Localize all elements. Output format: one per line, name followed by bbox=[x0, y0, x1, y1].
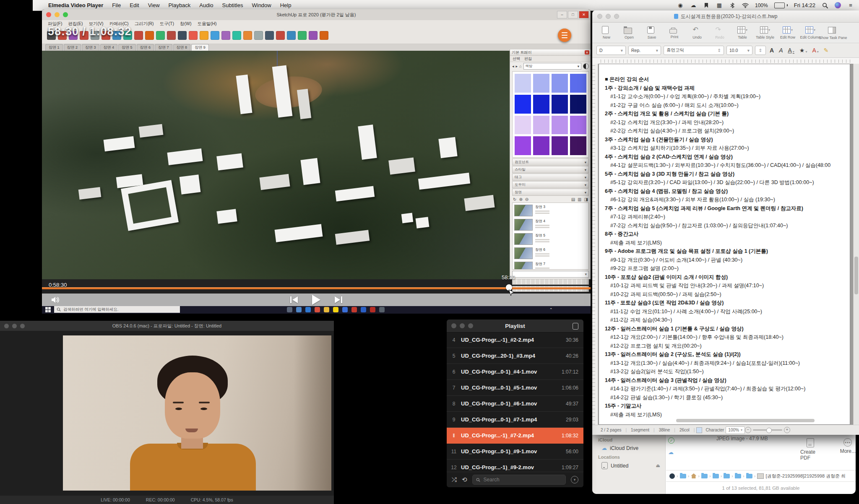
zoom-slider[interactable] bbox=[753, 429, 782, 431]
zoom-dropdown[interactable]: 100%▾ bbox=[726, 426, 745, 434]
app-menu-title[interactable]: Elmedia Video Player bbox=[48, 2, 103, 8]
obs-status-item: REC: 00:00:00 bbox=[146, 497, 175, 502]
playlist-row[interactable]: 9 UD_CG-Progr...0-1)_#7-1.mp4 29:03 bbox=[447, 412, 583, 428]
paragraph-dropdown[interactable]: Rep.▾ bbox=[628, 46, 661, 55]
hwp-toolbar-button[interactable]: ▾ Save bbox=[641, 26, 663, 39]
folder-icon[interactable] bbox=[713, 474, 719, 478]
hwp-toolbar-button[interactable]: ▾ Table bbox=[731, 26, 753, 39]
playlist-row[interactable]: 11 UD_CG-Progr...0-1)_#9-1.mov 56:00 bbox=[447, 444, 583, 460]
document-line: #6-1강 강의 개요&과제(3:30~) / 외부 자료 활용(10:00~)… bbox=[605, 195, 846, 204]
hwp-traffic-lights[interactable] bbox=[597, 14, 619, 19]
folder-icon[interactable] bbox=[701, 474, 708, 478]
eject-icon[interactable]: ⏏ bbox=[656, 463, 660, 468]
size-stepper[interactable]: ⇕ bbox=[755, 46, 766, 55]
obs-traffic-lights[interactable] bbox=[4, 324, 25, 328]
play-button[interactable] bbox=[312, 295, 320, 305]
desktop: Elmedia Video Player FileEditViewPlaybac… bbox=[0, 0, 859, 504]
playlist-row[interactable]: 7 UD_CG-Progr...0-1)_#5-1.mov 1:06:06 bbox=[447, 380, 583, 396]
previous-button[interactable] bbox=[290, 296, 298, 303]
menubar-menu-item[interactable]: File bbox=[112, 2, 121, 8]
document-line: #13-1강 개요(1:30~) / 실습(4:40~) / 최종과제(9:24… bbox=[605, 359, 846, 368]
playlist-traffic-lights[interactable] bbox=[451, 323, 473, 328]
zoom-out-icon[interactable]: − bbox=[745, 427, 751, 433]
menubar-clock[interactable]: Fri 14:22 bbox=[794, 2, 815, 8]
home-folder-icon[interactable] bbox=[691, 473, 696, 478]
hwp-vertical-scrollbar[interactable] bbox=[853, 64, 859, 425]
shuffle-icon[interactable]: ⤮ bbox=[452, 476, 457, 483]
insert-mode-icon[interactable] bbox=[696, 427, 702, 433]
menubar-menu-item[interactable]: Help bbox=[280, 2, 292, 8]
playlist-row[interactable]: 8 UD_CG-Progr...0-1)_#6-1.mov 49:37 bbox=[447, 396, 583, 412]
sidebar-item-icloud-drive[interactable]: ☁ iCloud Drive bbox=[592, 443, 665, 453]
document-line: #제출 과제 보기(LMS) bbox=[605, 239, 846, 247]
create-pdf-button[interactable]: Create PDF bbox=[800, 438, 821, 461]
menubar-menu-item[interactable]: Audio bbox=[199, 2, 213, 8]
font-size-dropdown[interactable]: 10.0▾ bbox=[726, 46, 752, 55]
repeat-icon[interactable]: ⟲ bbox=[462, 476, 467, 483]
zoom-in-icon[interactable]: + bbox=[784, 427, 790, 433]
next-button[interactable] bbox=[335, 296, 342, 303]
scenes-list: 장면 3 장면 4 bbox=[512, 203, 589, 270]
folder-icon[interactable] bbox=[746, 474, 752, 478]
osd-menu-button[interactable] bbox=[558, 29, 571, 42]
notification-center-icon[interactable]: ≡ bbox=[847, 2, 854, 9]
hwp-toolbar-button[interactable]: ▾ Open bbox=[618, 26, 640, 39]
playlist-search-input[interactable] bbox=[483, 476, 562, 483]
hwp-toolbar-button[interactable]: ▾ Edit Column bbox=[799, 26, 821, 39]
scene-list-item: 장면 3 bbox=[514, 205, 587, 216]
playlist-row[interactable]: 4 UD_CG-Progr...-1)_#2-2.mp4 30:36 bbox=[447, 332, 583, 348]
hwp-toolbar-button[interactable]: ▾ Table Style bbox=[754, 26, 776, 39]
folder-icon[interactable] bbox=[680, 474, 686, 478]
bluetooth-icon[interactable] bbox=[729, 2, 736, 9]
playlist-row[interactable]: ‖ UD_CG-Progr...-1)_#7-2.mp4 1:08:32 bbox=[447, 428, 583, 444]
image-file-icon[interactable] bbox=[757, 473, 764, 479]
hwp-horizontal-scrollbar[interactable] bbox=[676, 419, 815, 422]
hwp-page[interactable]: ■ 온라인 강의 순서1주 - 강의소개 / 실습 및 재택수업 과제#1-1강… bbox=[599, 64, 850, 425]
hwp-title: 도시설계표현응용(2020-1)-강의리스트.hwp bbox=[681, 13, 778, 20]
color-swatch bbox=[570, 74, 586, 93]
player-traffic-lights[interactable] bbox=[46, 12, 68, 17]
menubar-menu-item[interactable]: View bbox=[148, 2, 160, 8]
menubar-menu-item[interactable]: Window bbox=[252, 2, 271, 8]
menubar-menu-item[interactable]: Playback bbox=[169, 2, 191, 8]
more-actions-button[interactable]: ••• More... bbox=[840, 438, 856, 461]
hwp-toolbar-button[interactable]: ▾ Undo bbox=[686, 26, 708, 39]
italic-button[interactable]: A bbox=[778, 47, 784, 54]
underline-button[interactable]: A▾ bbox=[786, 47, 795, 54]
building bbox=[259, 174, 290, 190]
hwp-toolbar-button[interactable]: ▾ Edit Row bbox=[777, 26, 799, 39]
folder-icon[interactable] bbox=[735, 474, 741, 478]
playlist-panel-icon[interactable] bbox=[573, 323, 578, 330]
hwp-toolbar-button[interactable]: ▾ Show Task Pane bbox=[822, 26, 844, 40]
cloud-status-icon[interactable]: ☁ bbox=[690, 2, 697, 9]
wifi-icon[interactable] bbox=[742, 2, 749, 9]
sketchup-tool-icon bbox=[189, 31, 198, 40]
path-file-name[interactable]: [권형준-21925998]21925998 권형준 최 bbox=[765, 473, 846, 479]
search-filter-dropdown-icon[interactable]: ▾ bbox=[571, 476, 578, 483]
bookmark-icon[interactable] bbox=[703, 2, 710, 9]
menubar-menu-item[interactable]: Edit bbox=[130, 2, 139, 8]
font-dropdown[interactable]: 휴먼고딕⇕ bbox=[664, 46, 724, 55]
effects-button[interactable]: ★▾ bbox=[798, 47, 809, 54]
keyboard-icon[interactable]: ▦ bbox=[716, 2, 723, 9]
spotlight-search-icon[interactable] bbox=[822, 2, 828, 9]
hwp-toolbar-button[interactable]: ▾ Print bbox=[664, 27, 685, 39]
highlight-pen-icon[interactable]: ✎ bbox=[823, 47, 830, 54]
font-color-button[interactable]: A▾ bbox=[811, 47, 820, 54]
folder-icon[interactable] bbox=[724, 474, 730, 478]
hwp-toolbar-button[interactable]: ▾ Redo bbox=[709, 26, 731, 39]
obs-status-item: LIVE: 00:00:00 bbox=[101, 497, 130, 502]
playlist-row[interactable]: 6 UD_CG-Progr...0-1)_#4-1.mov 1:07:12 bbox=[447, 364, 583, 380]
playlist-row[interactable]: 5 UD_CG-Progr...20-1)_#3.mp4 40:26 bbox=[447, 348, 583, 364]
style-dropdown[interactable]: D▾ bbox=[596, 46, 626, 55]
volume-icon[interactable] bbox=[669, 473, 675, 479]
sidebar-item-untitled[interactable]: Untitled ⏏ bbox=[592, 460, 665, 471]
hwp-toolbar-button[interactable]: ▾ New bbox=[596, 26, 617, 39]
bold-button[interactable]: A bbox=[768, 47, 775, 54]
obs-status-icon[interactable]: ◉ bbox=[677, 2, 684, 9]
playlist-search-field[interactable] bbox=[472, 475, 566, 485]
obs-status-bar: LIVE: 00:00:00REC: 00:00:00CPU: 4.5%, 58… bbox=[0, 496, 334, 504]
menubar-menu-item[interactable]: Subtitles bbox=[222, 2, 243, 8]
document-line: 15주 - 기말고사 bbox=[605, 402, 846, 410]
siri-icon[interactable] bbox=[835, 2, 841, 8]
